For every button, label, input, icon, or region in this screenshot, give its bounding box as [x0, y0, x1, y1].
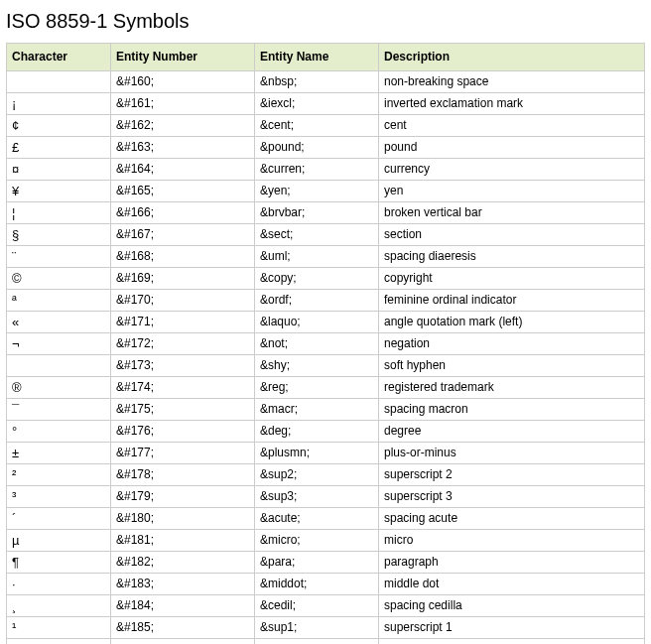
cell-description: section	[379, 224, 645, 246]
table-row: ²&#178;&sup2;superscript 2	[7, 464, 645, 486]
cell-entity-number: &#161;	[111, 93, 255, 115]
cell-character: ²	[7, 464, 111, 486]
table-row: µ&#181;&micro;micro	[7, 530, 645, 552]
cell-entity-name: &iexcl;	[255, 93, 379, 115]
col-entity-name: Entity Name	[255, 44, 379, 71]
table-row: ©&#169;&copy;copyright	[7, 268, 645, 290]
cell-character: §	[7, 224, 111, 246]
table-row: ´&#180;&acute;spacing acute	[7, 508, 645, 530]
cell-entity-name: &para;	[255, 552, 379, 574]
cell-character: °	[7, 421, 111, 443]
col-entity-number: Entity Number	[111, 44, 255, 71]
cell-description: non-breaking space	[379, 71, 645, 93]
cell-character: «	[7, 312, 111, 333]
cell-character: ³	[7, 486, 111, 508]
cell-entity-name: &acute;	[255, 508, 379, 530]
cell-character: £	[7, 137, 111, 159]
cell-entity-number: &#168;	[111, 246, 255, 268]
col-character: Character	[7, 44, 111, 71]
cell-entity-number: &#176;	[111, 421, 255, 443]
cell-character: ª	[7, 290, 111, 312]
cell-entity-number: &#178;	[111, 464, 255, 486]
cell-description: pound	[379, 137, 645, 159]
cell-description: cent	[379, 115, 645, 137]
cell-entity-number: &#174;	[111, 377, 255, 399]
cell-character: º	[7, 639, 111, 645]
cell-entity-name: &copy;	[255, 268, 379, 290]
cell-entity-name: &uml;	[255, 246, 379, 268]
cell-entity-name: &sup3;	[255, 486, 379, 508]
cell-entity-number: &#175;	[111, 399, 255, 421]
cell-entity-name: &ordm;	[255, 639, 379, 645]
cell-entity-number: &#167;	[111, 224, 255, 246]
cell-entity-name: &shy;	[255, 355, 379, 377]
cell-description: paragraph	[379, 552, 645, 574]
cell-entity-number: &#184;	[111, 595, 255, 617]
cell-entity-number: &#173;	[111, 355, 255, 377]
cell-entity-number: &#179;	[111, 486, 255, 508]
cell-entity-name: &reg;	[255, 377, 379, 399]
cell-description: micro	[379, 530, 645, 552]
cell-entity-name: &cent;	[255, 115, 379, 137]
cell-description: spacing macron	[379, 399, 645, 421]
cell-character: ¸	[7, 595, 111, 617]
table-row: ¹&#185;&sup1;superscript 1	[7, 617, 645, 639]
table-row: ¦&#166;&brvbar;broken vertical bar	[7, 202, 645, 224]
cell-description: superscript 1	[379, 617, 645, 639]
cell-entity-number: &#165;	[111, 181, 255, 202]
cell-character: ´	[7, 508, 111, 530]
cell-character: ¢	[7, 115, 111, 137]
cell-entity-number: &#160;	[111, 71, 255, 93]
cell-entity-name: &cedil;	[255, 595, 379, 617]
cell-entity-name: &brvbar;	[255, 202, 379, 224]
cell-description: soft hyphen	[379, 355, 645, 377]
cell-entity-name: &ordf;	[255, 290, 379, 312]
cell-entity-number: &#172;	[111, 333, 255, 355]
cell-entity-name: &sup1;	[255, 617, 379, 639]
cell-entity-name: &macr;	[255, 399, 379, 421]
cell-description: broken vertical bar	[379, 202, 645, 224]
table-header-row: Character Entity Number Entity Name Desc…	[7, 44, 645, 71]
table-row: ±&#177;&plusmn;plus-or-minus	[7, 443, 645, 464]
table-row: ¥&#165;&yen;yen	[7, 181, 645, 202]
cell-description: negation	[379, 333, 645, 355]
table-row: °&#176;&deg;degree	[7, 421, 645, 443]
cell-entity-name: &micro;	[255, 530, 379, 552]
cell-entity-name: &nbsp;	[255, 71, 379, 93]
table-row: ¡&#161;&iexcl;inverted exclamation mark	[7, 93, 645, 115]
cell-description: yen	[379, 181, 645, 202]
cell-description: superscript 2	[379, 464, 645, 486]
cell-entity-name: &deg;	[255, 421, 379, 443]
cell-description: superscript 3	[379, 486, 645, 508]
cell-entity-name: &laquo;	[255, 312, 379, 333]
cell-entity-number: &#163;	[111, 137, 255, 159]
cell-character: ±	[7, 443, 111, 464]
cell-character: ¤	[7, 159, 111, 181]
cell-description: inverted exclamation mark	[379, 93, 645, 115]
cell-description: angle quotation mark (left)	[379, 312, 645, 333]
cell-character: µ	[7, 530, 111, 552]
cell-description: registered trademark	[379, 377, 645, 399]
col-description: Description	[379, 44, 645, 71]
page-title: ISO 8859-1 Symbols	[6, 10, 645, 33]
cell-entity-name: &sect;	[255, 224, 379, 246]
table-row: ¯&#175;&macr;spacing macron	[7, 399, 645, 421]
cell-entity-name: &pound;	[255, 137, 379, 159]
cell-character: ¡	[7, 93, 111, 115]
cell-entity-name: &sup2;	[255, 464, 379, 486]
table-row: ª&#170;&ordf;feminine ordinal indicator	[7, 290, 645, 312]
table-row: ³&#179;&sup3;superscript 3	[7, 486, 645, 508]
cell-character: ·	[7, 574, 111, 595]
cell-entity-number: &#183;	[111, 574, 255, 595]
cell-entity-number: &#170;	[111, 290, 255, 312]
cell-description: spacing acute	[379, 508, 645, 530]
table-row: ®&#174;&reg;registered trademark	[7, 377, 645, 399]
cell-description: masculine ordinal indicator	[379, 639, 645, 645]
cell-character: ¥	[7, 181, 111, 202]
cell-entity-number: &#162;	[111, 115, 255, 137]
table-row: «&#171;&laquo;angle quotation mark (left…	[7, 312, 645, 333]
cell-entity-number: &#171;	[111, 312, 255, 333]
cell-description: degree	[379, 421, 645, 443]
table-row: º&#186;&ordm;masculine ordinal indicator	[7, 639, 645, 645]
table-row: ¶&#182;&para;paragraph	[7, 552, 645, 574]
